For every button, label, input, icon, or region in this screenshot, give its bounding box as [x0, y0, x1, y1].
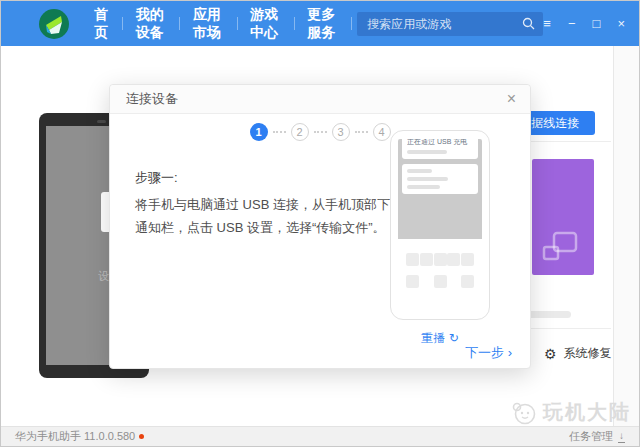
app-icon-placeholder — [406, 275, 419, 288]
app-icon-placeholder — [434, 253, 447, 266]
update-notification-dot — [139, 434, 144, 439]
app-icon-placeholder — [420, 253, 433, 266]
nav-tab-game-center[interactable]: 游戏中心 — [237, 6, 294, 42]
main-nav: 首页 我的设备 应用市场 游戏中心 更多服务 — [81, 6, 351, 42]
next-step-label: 下一步 — [465, 345, 504, 360]
search-input[interactable] — [367, 17, 522, 31]
notification-shade: 正在通过 USB 充电 — [398, 139, 482, 239]
step-instructions: 将手机与电脑通过 USB 连接，从手机顶部下滑进入通知栏，点击 USB 设置，选… — [135, 193, 431, 239]
download-icon: ↓ — [618, 431, 625, 443]
task-manager-button[interactable]: 任务管理 ↓ — [569, 429, 625, 444]
step-3-circle: 3 — [332, 123, 350, 141]
notification-title: 正在通过 USB 充电 — [407, 139, 473, 147]
close-window-icon[interactable]: × — [617, 16, 625, 31]
phone-speaker — [97, 120, 106, 123]
placeholder-bar — [407, 177, 448, 181]
nav-tab-my-devices[interactable]: 我的设备 — [123, 6, 180, 42]
phone-preview: 正在通过 USB 充电 — [390, 130, 490, 320]
dialog-close-icon[interactable]: × — [507, 91, 516, 107]
step-2-circle: 2 — [291, 123, 309, 141]
step-1-circle: 1 — [250, 123, 268, 141]
watermark-text: 玩机大陆 — [543, 399, 631, 426]
dialog-title: 连接设备 — [126, 90, 178, 108]
content-right-margin — [613, 46, 640, 426]
app-version-label: 华为手机助手 11.0.0.580 — [15, 429, 135, 444]
app-icon-placeholder — [447, 253, 460, 266]
mascot-face-icon — [511, 401, 537, 425]
nav-tab-home[interactable]: 首页 — [81, 6, 122, 42]
step-connector — [355, 131, 368, 133]
placeholder-bar — [407, 169, 432, 173]
placeholder-bar — [407, 150, 447, 154]
replay-icon: ↻ — [449, 331, 459, 345]
nav-divider — [351, 17, 352, 30]
search-box[interactable] — [357, 12, 543, 36]
system-repair-label: 系统修复 — [564, 345, 612, 362]
app-logo-icon — [39, 9, 69, 39]
next-step-button[interactable]: 下一步 › — [465, 344, 512, 362]
step-heading: 步骤一: — [135, 169, 178, 187]
step-4-circle: 4 — [373, 123, 391, 141]
dialog-titlebar: 连接设备 × — [110, 85, 530, 114]
gear-icon: ⚙ — [544, 347, 557, 361]
menu-icon[interactable]: ≡ — [543, 16, 551, 31]
nav-tab-home-label: 首页 — [94, 6, 108, 40]
placeholder-bar — [407, 185, 440, 189]
system-repair-button[interactable]: ⚙ 系统修复 — [544, 345, 612, 362]
app-icon-placeholder — [406, 253, 419, 266]
active-tab-indicator — [99, 48, 104, 53]
nav-tab-app-market[interactable]: 应用市场 — [180, 6, 237, 42]
phone-preview-screen: 正在通过 USB 充电 — [398, 139, 482, 309]
watermark: 玩机大陆 — [511, 399, 631, 426]
app-icon-grid — [398, 239, 482, 288]
search-icon[interactable] — [522, 17, 535, 30]
connect-device-dialog: 连接设备 × 1 2 3 4 步骤一: 将手机与电脑通过 USB 连接，从手机顶… — [109, 84, 531, 369]
window-controls: ≡ − □ × — [543, 16, 625, 31]
app-icon-placeholder — [461, 253, 474, 266]
top-navigation-bar: 首页 我的设备 应用市场 游戏中心 更多服务 ≡ − □ × — [1, 1, 639, 46]
notification-card: 正在通过 USB 充电 — [402, 139, 478, 159]
status-bar: 华为手机助手 11.0.0.580 任务管理 ↓ — [1, 426, 639, 446]
nav-tab-more-services[interactable]: 更多服务 — [294, 6, 351, 42]
notification-card — [402, 164, 478, 194]
maximize-icon[interactable]: □ — [593, 16, 601, 31]
app-window: 首页 我的设备 应用市场 游戏中心 更多服务 ≡ − □ × — [0, 0, 640, 447]
app-icon-placeholder — [434, 275, 447, 288]
app-icon-placeholder — [461, 275, 474, 288]
minimize-icon[interactable]: − — [568, 16, 576, 31]
task-manager-label: 任务管理 — [569, 429, 613, 444]
promo-banner[interactable] — [532, 159, 594, 275]
step-connector — [273, 131, 286, 133]
video-icon — [540, 229, 580, 265]
chevron-right-icon: › — [508, 345, 512, 360]
replay-label: 重播 — [421, 331, 445, 345]
step-connector — [314, 131, 327, 133]
